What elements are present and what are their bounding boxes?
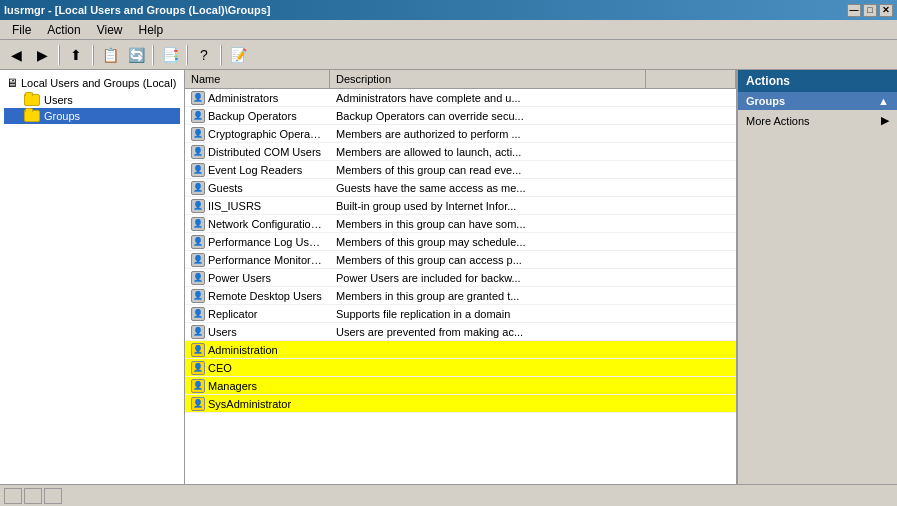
table-row[interactable]: 👤Remote Desktop UsersMembers in this gro… bbox=[185, 287, 736, 305]
row-extra bbox=[646, 223, 736, 225]
row-desc: Members are authorized to perform ... bbox=[330, 127, 646, 141]
table-row[interactable]: 👤SysAdministrator bbox=[185, 395, 736, 413]
row-name: Administration bbox=[208, 344, 278, 356]
group-icon: 👤 bbox=[191, 109, 205, 123]
computer-icon: 🖥 bbox=[6, 76, 18, 90]
row-desc: Administrators have complete and u... bbox=[330, 91, 646, 105]
forward-button[interactable]: ▶ bbox=[30, 43, 54, 67]
actions-header: Actions bbox=[738, 70, 897, 92]
table-row[interactable]: 👤Power UsersPower Users are included for… bbox=[185, 269, 736, 287]
up-button[interactable]: ⬆ bbox=[64, 43, 88, 67]
actions-title: Actions bbox=[746, 74, 790, 88]
toolbar-separator-4 bbox=[186, 45, 188, 65]
maximize-button[interactable]: □ bbox=[863, 4, 877, 17]
row-extra bbox=[646, 349, 736, 351]
row-name: Distributed COM Users bbox=[208, 146, 321, 158]
group-icon: 👤 bbox=[191, 325, 205, 339]
table-row[interactable]: 👤Backup OperatorsBackup Operators can ov… bbox=[185, 107, 736, 125]
close-button[interactable]: ✕ bbox=[879, 4, 893, 17]
table-row[interactable]: 👤Administration bbox=[185, 341, 736, 359]
header-desc[interactable]: Description bbox=[330, 70, 646, 88]
toolbar-separator-5 bbox=[220, 45, 222, 65]
help-button[interactable]: ? bbox=[192, 43, 216, 67]
group-icon: 👤 bbox=[191, 343, 205, 357]
group-icon: 👤 bbox=[191, 361, 205, 375]
row-name: Performance Log Users bbox=[208, 236, 324, 248]
table-row[interactable]: 👤AdministratorsAdministrators have compl… bbox=[185, 89, 736, 107]
list-rows: 👤AdministratorsAdministrators have compl… bbox=[185, 89, 736, 413]
minimize-button[interactable]: — bbox=[847, 4, 861, 17]
menu-help[interactable]: Help bbox=[131, 21, 172, 39]
toolbar-separator-3 bbox=[152, 45, 154, 65]
group-icon: 👤 bbox=[191, 271, 205, 285]
row-extra bbox=[646, 169, 736, 171]
tree-root[interactable]: 🖥 Local Users and Groups (Local) bbox=[4, 74, 180, 92]
table-row[interactable]: 👤Distributed COM UsersMembers are allowe… bbox=[185, 143, 736, 161]
group-icon: 👤 bbox=[191, 217, 205, 231]
row-extra bbox=[646, 385, 736, 387]
actions-panel: Actions Groups ▲ More Actions ▶ bbox=[737, 70, 897, 484]
tree-item-users[interactable]: Users bbox=[4, 92, 180, 108]
table-row[interactable]: 👤ReplicatorSupports file replication in … bbox=[185, 305, 736, 323]
row-name: Network Configuration ... bbox=[208, 218, 324, 230]
row-desc: Members of this group can access p... bbox=[330, 253, 646, 267]
group-icon: 👤 bbox=[191, 307, 205, 321]
row-name: Guests bbox=[208, 182, 243, 194]
table-row[interactable]: 👤Network Configuration ...Members in thi… bbox=[185, 215, 736, 233]
row-name: SysAdministrator bbox=[208, 398, 291, 410]
export-button[interactable]: 📑 bbox=[158, 43, 182, 67]
row-extra bbox=[646, 97, 736, 99]
toolbar-separator-1 bbox=[58, 45, 60, 65]
row-name: Users bbox=[208, 326, 237, 338]
more-actions-arrow-icon: ▶ bbox=[881, 114, 889, 127]
groups-folder-icon bbox=[24, 110, 40, 122]
row-extra bbox=[646, 331, 736, 333]
table-row[interactable]: 👤Performance Monitor U...Members of this… bbox=[185, 251, 736, 269]
table-row[interactable]: 👤CEO bbox=[185, 359, 736, 377]
group-icon: 👤 bbox=[191, 127, 205, 141]
menu-bar: File Action View Help bbox=[0, 20, 897, 40]
row-desc: Members in this group can have som... bbox=[330, 217, 646, 231]
row-extra bbox=[646, 133, 736, 135]
table-row[interactable]: 👤UsersUsers are prevented from making ac… bbox=[185, 323, 736, 341]
header-name[interactable]: Name bbox=[185, 70, 330, 88]
row-extra bbox=[646, 277, 736, 279]
row-desc: Backup Operators can override secu... bbox=[330, 109, 646, 123]
row-name: IIS_IUSRS bbox=[208, 200, 261, 212]
row-desc: Members of this group may schedule... bbox=[330, 235, 646, 249]
group-icon: 👤 bbox=[191, 145, 205, 159]
group-icon: 👤 bbox=[191, 163, 205, 177]
table-row[interactable]: 👤Event Log ReadersMembers of this group … bbox=[185, 161, 736, 179]
row-extra bbox=[646, 295, 736, 297]
actions-groups-header[interactable]: Groups ▲ bbox=[738, 92, 897, 110]
more-actions-item[interactable]: More Actions ▶ bbox=[738, 110, 897, 131]
table-row[interactable]: 👤GuestsGuests have the same access as me… bbox=[185, 179, 736, 197]
row-desc: Built-in group used by Internet Infor... bbox=[330, 199, 646, 213]
row-desc: Users are prevented from making ac... bbox=[330, 325, 646, 339]
refresh-button[interactable]: 🔄 bbox=[124, 43, 148, 67]
menu-file[interactable]: File bbox=[4, 21, 39, 39]
table-row[interactable]: 👤IIS_IUSRSBuilt-in group used by Interne… bbox=[185, 197, 736, 215]
back-button[interactable]: ◀ bbox=[4, 43, 28, 67]
row-name: Administrators bbox=[208, 92, 278, 104]
row-extra bbox=[646, 367, 736, 369]
properties-button[interactable]: 📝 bbox=[226, 43, 250, 67]
menu-view[interactable]: View bbox=[89, 21, 131, 39]
row-extra bbox=[646, 151, 736, 153]
row-desc: Members of this group can read eve... bbox=[330, 163, 646, 177]
menu-action[interactable]: Action bbox=[39, 21, 88, 39]
row-extra bbox=[646, 259, 736, 261]
table-row[interactable]: 👤Cryptographic OperatorsMembers are auth… bbox=[185, 125, 736, 143]
row-extra bbox=[646, 115, 736, 117]
group-icon: 👤 bbox=[191, 235, 205, 249]
show-hide-button[interactable]: 📋 bbox=[98, 43, 122, 67]
table-row[interactable]: 👤Performance Log UsersMembers of this gr… bbox=[185, 233, 736, 251]
row-name: Event Log Readers bbox=[208, 164, 302, 176]
tree-item-groups[interactable]: Groups bbox=[4, 108, 180, 124]
row-desc: Members are allowed to launch, acti... bbox=[330, 145, 646, 159]
main-container: 🖥 Local Users and Groups (Local) Users G… bbox=[0, 70, 897, 484]
row-extra bbox=[646, 403, 736, 405]
table-row[interactable]: 👤Managers bbox=[185, 377, 736, 395]
row-name: Power Users bbox=[208, 272, 271, 284]
row-desc bbox=[330, 385, 646, 387]
